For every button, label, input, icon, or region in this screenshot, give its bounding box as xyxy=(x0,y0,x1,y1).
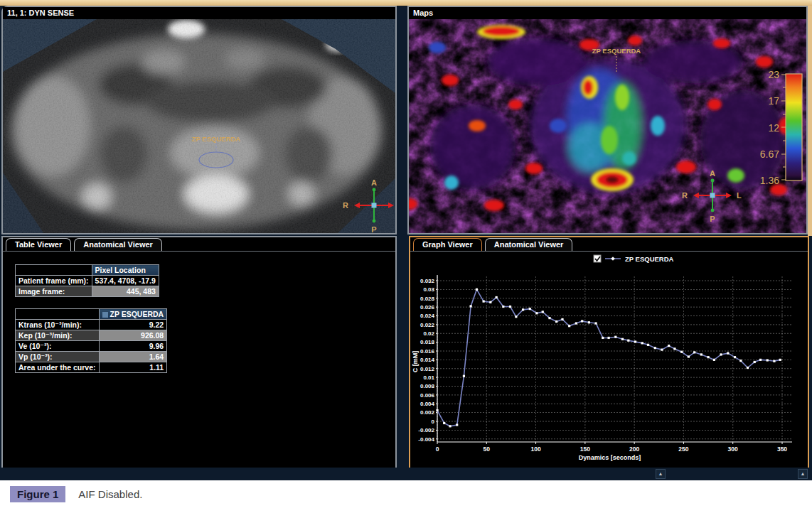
caption: Figure 1 AIF Disabled. xyxy=(10,486,142,502)
maps-image-viewport[interactable]: ZP ESQUERDA 23 xyxy=(409,19,806,233)
roi-parameters-table: ZP ESQUERDA Ktrans (10⁻³/min): 9.22 Kep … xyxy=(15,308,167,373)
colorbar-label: 17 xyxy=(768,95,779,107)
data-point-marker xyxy=(668,345,670,347)
roi-label: ZP ESQUERDA xyxy=(192,135,241,143)
data-point-marker xyxy=(535,312,538,314)
data-point-marker xyxy=(561,318,563,320)
data-point-marker xyxy=(608,337,610,339)
data-point-marker xyxy=(713,359,715,361)
right-accent-strip xyxy=(808,6,812,236)
svg-text:R: R xyxy=(682,191,688,200)
mri-panel-title: 11, 1: DYN SENSE xyxy=(3,7,395,19)
svg-text:300: 300 xyxy=(728,446,738,453)
svg-text:0.024: 0.024 xyxy=(420,313,435,319)
svg-text:P: P xyxy=(710,215,715,223)
data-point-marker xyxy=(470,305,472,307)
maps-roi-label: ZP ESQUERDA xyxy=(592,47,641,55)
maps-image: ZP ESQUERDA 23 xyxy=(409,19,806,233)
svg-text:0.004: 0.004 xyxy=(420,401,435,407)
data-point-marker xyxy=(515,315,517,318)
svg-text:0: 0 xyxy=(436,446,439,453)
data-point-marker xyxy=(489,301,491,303)
tab-anatomical-viewer[interactable]: Anatomical Viewer xyxy=(485,238,573,251)
blank-cell xyxy=(16,265,92,276)
data-point-marker xyxy=(766,359,769,361)
svg-text:0.022: 0.022 xyxy=(420,322,435,328)
data-point-marker xyxy=(542,311,544,313)
data-point-marker xyxy=(688,355,690,357)
data-point-marker xyxy=(595,322,597,324)
data-point-marker xyxy=(602,337,604,339)
data-point-marker xyxy=(502,306,504,308)
svg-text:0.03: 0.03 xyxy=(423,286,434,293)
svg-text:100: 100 xyxy=(530,446,540,453)
tab-table-viewer[interactable]: Table Viewer xyxy=(6,238,71,251)
data-point-marker xyxy=(443,422,445,424)
colorbar-label: 12 xyxy=(768,122,779,134)
table-row: Kep (10⁻³/min): 926.08 xyxy=(16,330,167,341)
data-point-marker xyxy=(779,359,781,361)
graph-viewer-panel: Graph Viewer Anatomical Viewer 0.0320.03… xyxy=(409,236,809,469)
svg-text:0.006: 0.006 xyxy=(420,392,435,399)
parametric-maps-panel: Maps xyxy=(407,6,808,234)
data-point-marker xyxy=(747,367,749,369)
colorbar-label: 1.36 xyxy=(760,175,779,186)
mri-image: ZP ESQUERDA A P R xyxy=(3,19,395,233)
svg-text:0.016: 0.016 xyxy=(420,348,435,355)
data-point-marker xyxy=(483,300,485,302)
concentration-time-chart[interactable]: 0.0320.030.0280.0260.0240.0220.020.0180.… xyxy=(410,252,808,466)
svg-text:0.028: 0.028 xyxy=(420,296,435,302)
svg-text:0.026: 0.026 xyxy=(420,304,435,311)
figure-caption-text: AIF Disabled. xyxy=(78,488,142,500)
data-point-marker xyxy=(759,359,762,361)
data-point-marker xyxy=(693,351,695,353)
svg-text:0.008: 0.008 xyxy=(420,383,435,389)
svg-text:0.002: 0.002 xyxy=(420,409,435,416)
top-accent-strip xyxy=(0,0,812,6)
data-point-marker xyxy=(773,360,775,362)
data-point-marker xyxy=(496,296,498,298)
data-point-marker xyxy=(522,308,524,311)
colorbar-label: 6.67 xyxy=(760,149,779,160)
svg-text:350: 350 xyxy=(777,446,787,453)
data-point-marker xyxy=(614,336,616,338)
scroll-up-button[interactable]: ▲ xyxy=(656,469,666,479)
data-point-marker xyxy=(568,325,570,327)
data-point-marker xyxy=(727,352,729,354)
data-point-marker xyxy=(720,353,722,355)
svg-text:L: L xyxy=(737,191,742,200)
table-row: Vp (10⁻³): 1.64 xyxy=(16,352,167,362)
figure-caption-area: Figure 1 AIF Disabled. xyxy=(0,480,812,518)
roi-color-swatch xyxy=(102,312,108,318)
table-row: Area under the curve: 1.11 xyxy=(16,362,167,373)
data-point-marker xyxy=(641,342,643,344)
data-point-marker xyxy=(555,320,557,323)
svg-text:0.02: 0.02 xyxy=(423,330,434,337)
data-point-marker xyxy=(509,306,511,308)
maps-panel-title: Maps xyxy=(409,7,806,19)
viewer-workspace: 11, 1: DYN SENSE xyxy=(0,6,812,480)
svg-text:50: 50 xyxy=(484,446,491,453)
data-point-marker xyxy=(581,320,583,322)
tab-anatomical-viewer[interactable]: Anatomical Viewer xyxy=(74,238,162,251)
data-point-marker xyxy=(548,317,550,319)
bottom-status-strip: ▲ ▲ xyxy=(0,468,812,480)
data-point-marker xyxy=(627,340,629,342)
legend-label: ZP ESQUERDA xyxy=(625,255,674,263)
tab-graph-viewer[interactable]: Graph Viewer xyxy=(413,238,482,251)
table-viewer-panel: Table Viewer Anatomical Viewer Pixel Loc… xyxy=(1,236,397,470)
data-point-marker xyxy=(575,322,577,324)
data-point-marker xyxy=(634,340,636,342)
svg-text:A: A xyxy=(710,169,715,178)
svg-text:P: P xyxy=(371,225,376,233)
scroll-up-button[interactable]: ▲ xyxy=(798,469,808,479)
mri-image-viewport[interactable]: ZP ESQUERDA A P R xyxy=(3,19,395,233)
pixel-location-header: Pixel Location xyxy=(92,265,159,276)
svg-text:A: A xyxy=(371,178,377,187)
svg-text:250: 250 xyxy=(678,446,688,453)
data-point-marker xyxy=(680,351,683,353)
data-point-marker xyxy=(707,356,709,358)
data-point-marker xyxy=(621,338,624,340)
blank-cell xyxy=(16,309,100,320)
colorbar-label: 23 xyxy=(768,69,779,80)
